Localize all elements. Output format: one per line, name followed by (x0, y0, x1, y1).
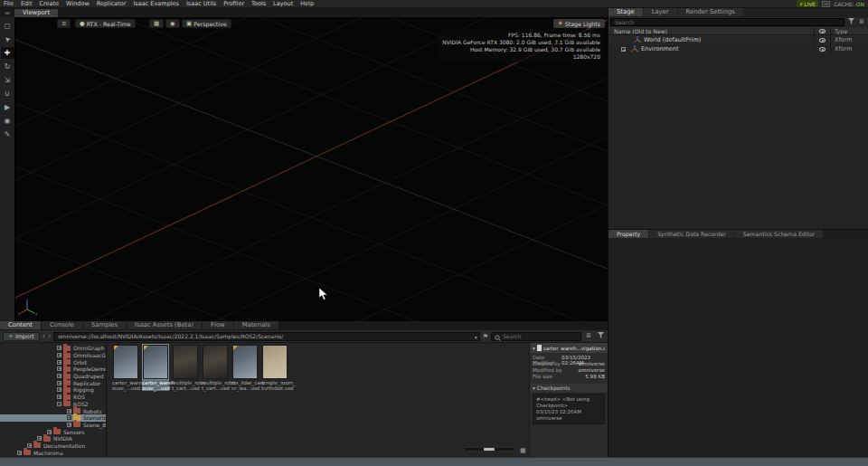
stage-row-environment[interactable]: + Environment Xform (609, 44, 868, 53)
file-item-multiple-robot-cart-usd[interactable]: multiple_robot_cart...usd (202, 345, 229, 391)
slider-handle[interactable] (484, 448, 495, 451)
camera-selector[interactable]: ▣ Perspective (182, 19, 231, 28)
expand-toggle-icon[interactable]: + (27, 443, 32, 448)
list-view-icon[interactable]: ≣ (584, 332, 593, 340)
stage-search-input[interactable] (611, 19, 844, 25)
expand-toggle-icon[interactable]: + (57, 353, 61, 357)
tree-item-ros2[interactable]: −ROS2 (0, 401, 106, 408)
tree-item-omniisaacgym[interactable]: +OmniIsaacGym (0, 352, 106, 359)
details-header[interactable]: ▾ carter_wareh...vigation.usd (530, 343, 608, 353)
menu-isaac-examples[interactable]: Isaac Examples (129, 0, 183, 7)
tab-semantics-schema-editor[interactable]: Semantics Schema Editor (735, 230, 823, 238)
expand-toggle-icon[interactable]: + (67, 423, 71, 427)
tree-item-scenario[interactable]: +Scenario (0, 414, 106, 422)
move-icon[interactable]: ✚ (1, 47, 14, 59)
menu-file[interactable]: File (0, 0, 17, 7)
expand-toggle-icon[interactable]: + (37, 436, 42, 441)
physics-icon[interactable]: ◉ (1, 115, 14, 127)
tree-item-peopledemo[interactable]: +PeopleDemo (0, 366, 106, 373)
tab-console[interactable]: Console (42, 321, 82, 329)
viewport-canvas[interactable]: ≡ ● RTX - Real-Time ▦ ◉ ▣ Perspective ☀ … (15, 17, 608, 321)
tree-item-robots[interactable]: +Robots (0, 407, 106, 414)
tree-item-omnigraph[interactable]: +OmniGraph (0, 345, 106, 352)
grid-view-icon[interactable]: ▦ (520, 447, 526, 454)
tab-stage[interactable]: Stage (609, 8, 643, 16)
bookmark-icon[interactable]: ⚑ (483, 333, 488, 340)
content-filter-icon[interactable] (596, 332, 605, 341)
tab-property[interactable]: Property (609, 230, 648, 238)
menu-create[interactable]: Create (35, 0, 62, 7)
tree-item-machinima[interactable]: +Machinima (0, 449, 106, 456)
collapse-button[interactable]: – (822, 1, 830, 7)
visibility-toggle-icon[interactable] (819, 38, 826, 43)
file-item-simple-room-turtlebot-usd[interactable]: simple_room_turtlebot.usd (261, 345, 288, 391)
expand-toggle-icon[interactable]: + (17, 451, 22, 455)
stage-tree-empty-area[interactable] (609, 53, 868, 229)
tab-materials[interactable]: Materials (234, 321, 278, 329)
path-dropdown-icon[interactable]: ▾ (475, 334, 477, 340)
expand-toggle-icon[interactable]: + (67, 415, 71, 420)
tree-item-orbit[interactable]: +Orbit (0, 358, 106, 366)
visibility-toggle-icon[interactable] (819, 47, 826, 52)
viewport-menu-button[interactable]: ≡ (57, 19, 71, 28)
scale-icon[interactable]: ⇲ (1, 74, 14, 86)
expand-toggle-icon[interactable]: + (57, 387, 61, 392)
tree-item-ros[interactable]: +ROS (0, 394, 106, 401)
tree-item-sensors[interactable]: +Sensors (0, 428, 106, 435)
menu-help[interactable]: Help (297, 0, 317, 7)
menu-replicator[interactable]: Replicator (93, 0, 130, 7)
file-item-multiple-robot-cart-usd[interactable]: multiple_robot_cart...usd (172, 345, 199, 391)
import-button[interactable]: + Import (3, 332, 40, 341)
tree-item-quadruped[interactable]: +Quadruped (0, 373, 106, 380)
snap-icon[interactable]: ∪ (1, 88, 14, 100)
paint-icon[interactable]: ✎ (1, 128, 14, 140)
expand-toggle-icon[interactable]: + (57, 360, 61, 365)
tab-synthetic-data-recorder[interactable]: Synthetic Data Recorder (649, 230, 734, 238)
filter-icon[interactable] (846, 18, 855, 27)
forward-button[interactable]: › (48, 332, 51, 341)
dock-menu-icon[interactable]: ≡ (0, 9, 14, 17)
tab-render-settings[interactable]: Render Settings (678, 8, 743, 16)
play-icon[interactable]: ▶ (1, 101, 14, 113)
expand-toggle-icon[interactable]: + (57, 381, 61, 385)
menu-layout[interactable]: Layout (269, 0, 297, 7)
tab-isaac-assets-beta[interactable]: Isaac Assets (Beta) (127, 321, 202, 329)
renderer-selector[interactable]: ● RTX - Real-Time (75, 19, 136, 28)
expand-toggle-icon[interactable]: + (57, 374, 61, 378)
expand-toggle-icon[interactable]: + (67, 409, 71, 414)
menu-tools[interactable]: Tools (248, 0, 269, 7)
collapse-caret-icon[interactable]: ▾ (533, 346, 535, 351)
expand-toggle-icon[interactable]: + (47, 430, 52, 434)
file-item-carter-warehouse-usd[interactable]: carter_warehouse_...usd (142, 345, 169, 391)
thumbnail-size-slider[interactable] (464, 447, 515, 452)
file-item-rtx-lidar-carter-wa-usd[interactable]: rtx_lidar_carter_wa...usd (231, 345, 259, 391)
tree-item-nvidia[interactable]: +NVIDIA (0, 435, 106, 442)
expand-toggle-icon[interactable]: + (57, 366, 61, 371)
menu-isaac-utils[interactable]: Isaac Utils (183, 0, 220, 7)
expand-toggle-icon[interactable]: + (621, 47, 626, 52)
tree-item-replicator[interactable]: +Replicator (0, 379, 106, 386)
tab-flow[interactable]: Flow (203, 321, 233, 329)
capture-button[interactable]: ▦ (149, 19, 164, 28)
stage-lights-button[interactable]: ☀ Stage Lights (553, 19, 605, 28)
checkpoints-header[interactable]: ▾ Checkpoints (530, 384, 608, 392)
back-button[interactable]: ‹ (42, 332, 45, 341)
live-badge[interactable]: ⚡ LIVE (797, 0, 818, 7)
tab-layer[interactable]: Layer (644, 8, 677, 16)
collapse-caret-icon[interactable]: ▾ (533, 385, 535, 391)
property-panel-body[interactable] (609, 238, 868, 457)
tree-item-rigging[interactable]: +Rigging (0, 386, 106, 394)
checkpoint-entry[interactable]: #<head> <Not using Checkpoint> 03/15/23 … (533, 394, 605, 424)
stage-row-world[interactable]: World (defaultPrim) Xform (609, 35, 868, 44)
menu-edit[interactable]: Edit (17, 0, 36, 7)
options-icon[interactable]: ≣ (857, 18, 866, 26)
stage-column-header[interactable]: Name (Old to New) Type (609, 27, 868, 35)
menu-profiler[interactable]: Profiler (220, 0, 248, 7)
select-cursor-icon[interactable]: ➤ (1, 33, 14, 45)
tab-content[interactable]: Content (0, 321, 41, 329)
expand-toggle-icon[interactable]: − (57, 402, 61, 406)
render-settings-button[interactable]: ◉ (165, 19, 180, 28)
menu-window[interactable]: Window (62, 0, 93, 7)
tab-viewport[interactable]: Viewport (14, 9, 58, 17)
tree-item-documentation[interactable]: +Documentation (0, 442, 106, 450)
